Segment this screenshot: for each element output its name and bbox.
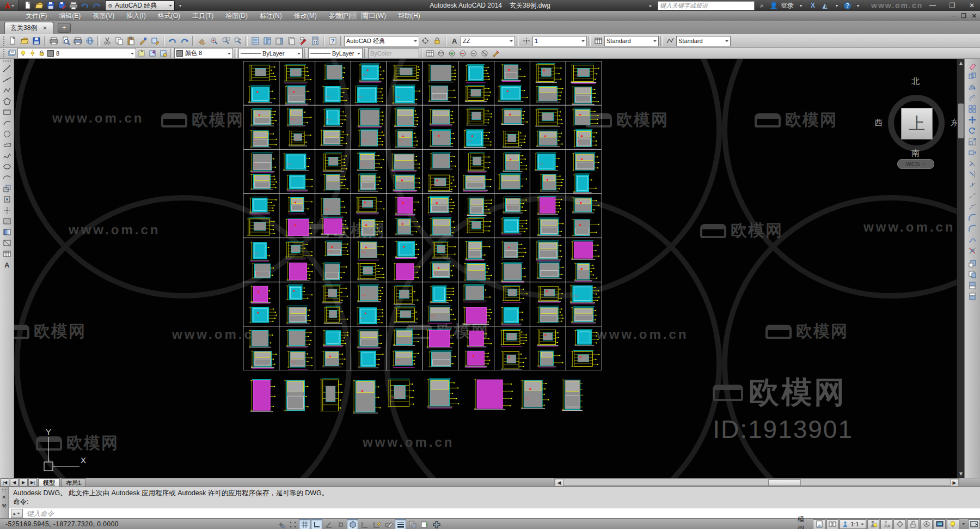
unlock-button[interactable] [907,519,919,529]
pline-button[interactable] [1,85,13,96]
save-button[interactable] [45,1,56,10]
object-snap-button[interactable] [335,519,346,529]
menu-item-view[interactable]: 视图(V) [87,11,120,21]
layerprops-button[interactable] [7,49,17,58]
grid-display-button[interactable] [299,519,310,529]
tab-next-button[interactable]: ▶ [19,478,28,487]
gradient-button[interactable] [1,227,13,238]
ungroup-button[interactable] [479,49,490,58]
array-button[interactable] [966,104,978,114]
exchange-apps-icon[interactable]: X [808,1,818,10]
ortho-mode-button[interactable] [311,519,322,529]
insert-block-button[interactable] [1,183,13,194]
drawing-thumbnails-bottom-row[interactable] [245,374,583,417]
region-button[interactable] [1,238,13,248]
chamfer-button[interactable] [966,212,978,223]
send-under-button[interactable] [966,291,978,302]
autodesk360-icon[interactable]: ◭ [820,1,830,10]
layer-state-button[interactable] [158,49,169,58]
tab-prev-button[interactable]: ◀ [10,478,19,487]
group-edit-button[interactable] [436,49,446,58]
properties-button[interactable] [249,35,261,46]
scale-button[interactable] [966,136,978,147]
group-add-button[interactable] [446,49,457,58]
viewcube-west-label[interactable]: 西 [874,118,883,128]
polygon-button[interactable] [1,96,13,107]
print-button[interactable] [68,1,79,10]
group-remove-button[interactable] [457,49,468,58]
doc-restore-button[interactable]: ❐ [961,13,966,20]
cut-button[interactable] [101,35,113,46]
workspace-select-quick[interactable]: ⚙ AutoCAD 经典 [105,1,175,11]
doc-close-button[interactable]: ✕ [972,13,977,20]
named-group-button[interactable] [490,49,501,58]
qnew-button[interactable] [7,35,19,46]
blend-button[interactable] [966,234,978,245]
toolbar-grip[interactable] [3,48,5,58]
menu-item-draw[interactable]: 绘图(D) [219,11,254,21]
arc-button[interactable] [1,118,13,129]
transparency-button[interactable] [407,519,418,529]
vertical-scrollbar[interactable]: ▲ ▼ [957,59,965,478]
point-button[interactable] [520,35,532,46]
scroll-down-icon[interactable]: ▼ [957,471,965,477]
ann-autoscale-button[interactable]: A [880,519,892,529]
help-icon[interactable]: ? [844,2,851,9]
command-history[interactable]: Autodesk DWG。 此文件上次由 Autodesk 应用程序或 Auto… [9,487,980,508]
publish-button[interactable] [84,35,96,46]
send-to-back-button[interactable] [966,269,978,280]
horizontal-scrollbar-thumb[interactable] [768,479,801,486]
trim-button[interactable] [966,158,978,169]
toolbar-grip[interactable] [3,36,5,46]
viewcube[interactable]: 北 上 西 东 南 WCS [870,73,957,170]
menu-item-edit[interactable]: 编辑(E) [53,11,87,21]
viewcube-top-face[interactable]: 上 [901,108,933,139]
dynamic-input-button[interactable] [383,519,394,529]
mleader-style-select[interactable]: Standard [676,36,731,46]
restore-button[interactable]: ❐ [946,2,958,9]
menu-item-insert[interactable]: 插入(I) [120,11,151,21]
qat-overflow-button[interactable]: ▾ [175,1,186,10]
fillet-button[interactable] [966,223,978,234]
menu-item-dimension[interactable]: 标注(N) [254,11,288,21]
viewcube-south-label[interactable]: 南 [911,148,920,159]
menu-item-tools[interactable]: 工具(T) [186,11,219,21]
file-tab-active[interactable]: 玄关38例 ✕ [4,22,53,34]
zoom-window-button[interactable] [220,35,232,46]
redo-button[interactable] [179,35,191,46]
infer-constraints-button[interactable] [275,519,286,529]
make-block-button[interactable] [1,194,13,205]
model-space-button[interactable]: 模型 [796,515,812,529]
dynamic-ucs-button[interactable] [371,519,382,529]
xline-button[interactable] [1,74,13,85]
circle-button[interactable] [1,129,13,139]
application-menu-button[interactable]: A▾ [0,0,19,11]
polar-tracking-button[interactable] [323,519,334,529]
object-snap-3d-button[interactable] [347,519,358,529]
recent-commands-button[interactable]: ▸ [11,509,23,518]
scroll-right-icon[interactable]: ▶ [950,479,959,487]
bring-to-front-button[interactable] [966,258,978,269]
chevron-down-icon[interactable]: ▾ [832,1,842,10]
wcs-dropdown[interactable]: WCS [897,159,934,169]
signin-link[interactable]: 登录 [781,1,794,10]
hatch-button[interactable] [1,216,13,227]
plot-button[interactable] [72,35,84,46]
line-button[interactable] [1,63,13,74]
lineweight-select[interactable]: ————ByLayer [308,48,363,58]
group-button[interactable] [425,49,436,58]
explode-button[interactable] [966,245,978,256]
pan-button[interactable] [196,35,208,46]
paste-button[interactable] [125,35,137,46]
rotate-button[interactable] [966,125,978,136]
save-button[interactable] [30,35,42,46]
undo-button[interactable] [167,35,179,46]
stretch-button[interactable] [966,147,978,158]
table-style-select[interactable]: Standard [604,36,659,46]
tab-first-button[interactable]: |◀ [1,478,9,487]
toolpalettes-button[interactable] [273,35,285,46]
layer-select[interactable]: 8 [17,48,136,58]
join-button[interactable]: + [966,202,978,212]
point-button[interactable] [1,205,13,216]
dim-style-select[interactable]: 1 [532,36,587,46]
